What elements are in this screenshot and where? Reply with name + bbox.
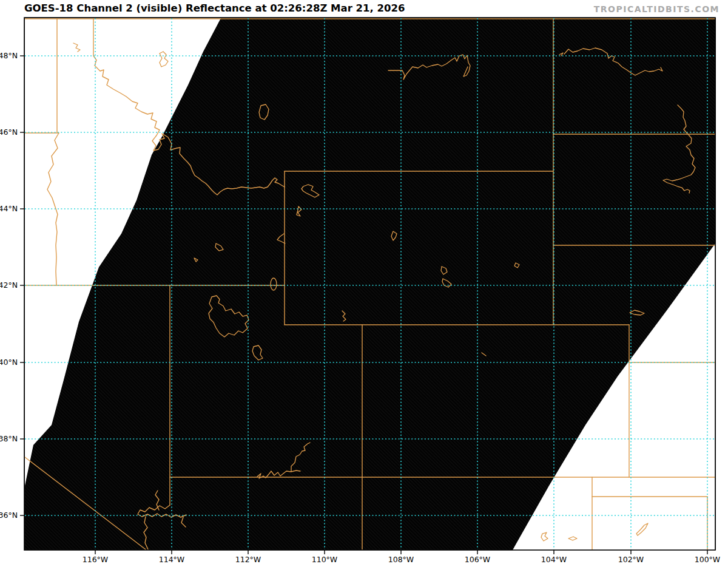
lon-label-110w: 110°W bbox=[312, 555, 337, 564]
lat-label-46n: 46°N bbox=[0, 127, 18, 137]
map-canvas: 48°N 46°N 44°N 42°N 40°N 38°N 36°N 116°W… bbox=[0, 0, 728, 564]
lat-label-48n: 48°N bbox=[0, 51, 18, 60]
satellite-image-viewer: GOES-18 Channel 2 (visible) Reflectance … bbox=[0, 0, 728, 564]
lat-label-44n: 44°N bbox=[0, 204, 18, 213]
lat-label-40n: 40°N bbox=[0, 358, 18, 367]
lat-label-36n: 36°N bbox=[0, 511, 18, 520]
lat-label-42n: 42°N bbox=[0, 280, 18, 290]
lon-label-114w: 114°W bbox=[159, 555, 184, 564]
lon-label-108w: 108°W bbox=[388, 555, 414, 564]
lon-label-104w: 104°W bbox=[541, 555, 567, 564]
lon-label-116w: 116°W bbox=[83, 555, 108, 564]
lon-label-100w: 100°W bbox=[695, 555, 720, 564]
lon-label-106w: 106°W bbox=[465, 555, 490, 564]
lat-label-38n: 38°N bbox=[0, 434, 18, 443]
lon-label-102w: 102°W bbox=[618, 555, 644, 564]
lon-label-112w: 112°W bbox=[235, 555, 261, 564]
